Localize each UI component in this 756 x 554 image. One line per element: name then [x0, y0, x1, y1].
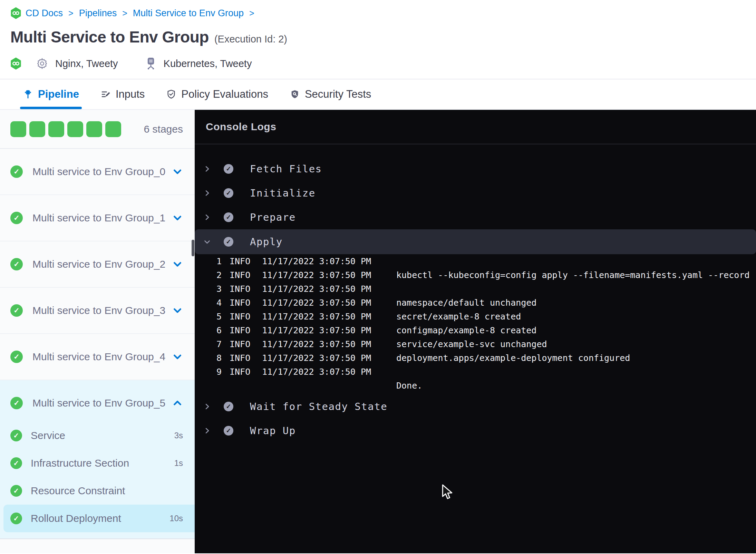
- log-level: INFO: [230, 298, 254, 308]
- step-success-icon: ✓: [224, 164, 233, 174]
- stage-name: Multi service to Env Group_5: [32, 397, 172, 409]
- chevron-down-icon[interactable]: [172, 166, 183, 177]
- log-line-number: 5: [195, 312, 222, 322]
- log-line: 6INFO11/17/2022 3:07:50 PMconfigmap/exam…: [195, 323, 756, 337]
- step-success-icon: ✓: [224, 237, 233, 247]
- stage-row[interactable]: ✓Multi service to Env Group_0: [0, 149, 195, 195]
- log-line: 5INFO11/17/2022 3:07:50 PMsecret/example…: [195, 309, 756, 323]
- tab-security-tests-label: Security Tests: [305, 88, 371, 101]
- tab-policy-evaluations[interactable]: Policy Evaluations: [166, 79, 268, 109]
- success-check-icon: ✓: [10, 397, 23, 409]
- step-row[interactable]: ✓Resource Constraint: [0, 477, 195, 505]
- chevron-right-icon[interactable]: [203, 189, 211, 197]
- stage-name: Multi service to Env Group_1: [32, 212, 172, 224]
- tab-pipeline[interactable]: Pipeline: [23, 79, 79, 109]
- stage-row[interactable]: ✓Multi service to Env Group_2: [0, 241, 195, 288]
- console-step-name: Prepare: [250, 211, 296, 223]
- log-level: INFO: [230, 325, 254, 335]
- success-check-icon: ✓: [10, 513, 22, 524]
- environments-label: Kubernetes, Tweety: [164, 58, 252, 69]
- services-label: Nginx, Tweety: [55, 58, 118, 69]
- success-check-icon: ✓: [10, 457, 22, 469]
- stage-row[interactable]: ✓Multi service to Env Group_5: [0, 380, 195, 422]
- log-line-number: 3: [195, 284, 222, 294]
- tab-policy-evaluations-label: Policy Evaluations: [181, 88, 268, 101]
- console-step-row[interactable]: ✓Wrap Up: [195, 419, 756, 443]
- execution-id: (Execution Id: 2): [214, 34, 287, 45]
- chevron-down-icon[interactable]: [172, 259, 183, 270]
- step-success-icon: ✓: [224, 402, 233, 411]
- stage-status-square: [67, 121, 83, 137]
- console-step-row[interactable]: ✓Prepare: [195, 205, 756, 229]
- step-success-icon: ✓: [224, 212, 233, 222]
- step-row[interactable]: ✓Infrastructure Section1s: [0, 449, 195, 477]
- log-message: namespace/default unchanged: [396, 298, 536, 308]
- chevron-right-icon[interactable]: [203, 213, 211, 221]
- tab-security-tests[interactable]: Security Tests: [290, 79, 371, 109]
- step-row[interactable]: ✓Service3s: [0, 422, 195, 449]
- log-message: service/example-svc unchanged: [396, 339, 547, 349]
- log-level: INFO: [230, 353, 254, 363]
- log-message: Done.: [396, 381, 422, 391]
- breadcrumb-link-pipelines[interactable]: Pipelines: [79, 8, 117, 19]
- log-line: 7INFO11/17/2022 3:07:50 PMservice/exampl…: [195, 337, 756, 351]
- console-header: Console Logs: [195, 110, 756, 144]
- console-step-row[interactable]: ✓Wait for Steady State: [195, 394, 756, 419]
- console-step-row[interactable]: ✓Apply: [195, 229, 756, 254]
- log-timestamp: 11/17/2022 3:07:50 PM: [262, 325, 387, 335]
- log-timestamp: 11/17/2022 3:07:50 PM: [262, 256, 387, 266]
- chevron-down-icon[interactable]: [172, 212, 183, 223]
- stages-summary: 6 stages: [0, 110, 195, 149]
- policy-shield-check-icon: [166, 89, 176, 99]
- stage-name: Multi service to Env Group_4: [32, 351, 172, 363]
- execution-content: 6 stages ✓Multi service to Env Group_0✓M…: [0, 110, 756, 553]
- stage-name: Multi service to Env Group_0: [32, 166, 172, 178]
- console-step-row[interactable]: ✓Fetch Files: [195, 157, 756, 181]
- stage-row[interactable]: ✓Multi service to Env Group_4: [0, 334, 195, 380]
- success-check-icon: ✓: [10, 304, 23, 317]
- chevron-right-icon[interactable]: [203, 427, 211, 435]
- console-step-name: Initialize: [250, 187, 316, 199]
- title-row: Multi Service to Env Group (Execution Id…: [10, 28, 756, 46]
- chevron-right-icon[interactable]: [203, 402, 211, 411]
- log-level: INFO: [230, 367, 254, 377]
- stage-row[interactable]: ✓Multi service to Env Group_3: [0, 288, 195, 334]
- log-line: 4INFO11/17/2022 3:07:50 PMnamespace/defa…: [195, 296, 756, 309]
- tab-inputs[interactable]: Inputs: [100, 79, 145, 109]
- log-level: INFO: [230, 312, 254, 322]
- log-line: Done.: [195, 379, 756, 392]
- step-duration: 10s: [169, 514, 183, 523]
- chevron-down-icon[interactable]: [172, 351, 183, 362]
- success-check-icon: ✓: [10, 351, 23, 363]
- log-line-number: 4: [195, 298, 222, 308]
- step-success-icon: ✓: [224, 188, 233, 198]
- stage-count-label: 6 stages: [144, 123, 183, 135]
- chevron-right-icon[interactable]: [203, 165, 211, 173]
- log-line-number: 7: [195, 339, 222, 349]
- sidebar-scrollbar-thumb[interactable]: [192, 240, 194, 256]
- chevron-down-icon[interactable]: [203, 238, 211, 246]
- success-check-icon: ✓: [10, 212, 23, 224]
- log-level: INFO: [230, 339, 254, 349]
- chevron-down-icon[interactable]: [172, 305, 183, 316]
- step-name: Infrastructure Section: [31, 457, 174, 469]
- log-line: 2INFO11/17/2022 3:07:50 PMkubectl --kube…: [195, 268, 756, 282]
- breadcrumb-link-pipeline-name[interactable]: Multi Service to Env Group: [133, 8, 244, 19]
- harness-logo-icon: [10, 7, 21, 19]
- console-step-row[interactable]: ✓Initialize: [195, 181, 756, 205]
- breadcrumb-link-cd-docs[interactable]: CD Docs: [26, 8, 63, 19]
- breadcrumb-separator: >: [121, 8, 129, 18]
- log-timestamp: 11/17/2022 3:07:50 PM: [262, 353, 387, 363]
- chevron-up-icon[interactable]: [172, 398, 183, 409]
- log-line-number: 1: [195, 256, 222, 266]
- console-step-name: Apply: [250, 236, 283, 248]
- breadcrumb: CD Docs > Pipelines > Multi Service to E…: [10, 6, 756, 20]
- log-timestamp: 11/17/2022 3:07:50 PM: [262, 298, 387, 308]
- log-line: 8INFO11/17/2022 3:07:50 PMdeployment.app…: [195, 351, 756, 365]
- stage-row[interactable]: ✓Multi service to Env Group_1: [0, 195, 195, 241]
- step-row-selected[interactable]: ✓Rollout Deployment10s: [3, 505, 195, 532]
- step-success-icon: ✓: [224, 426, 233, 436]
- log-line-number: 8: [195, 353, 222, 363]
- success-check-icon: ✓: [10, 258, 23, 270]
- stage-status-squares: [10, 121, 121, 137]
